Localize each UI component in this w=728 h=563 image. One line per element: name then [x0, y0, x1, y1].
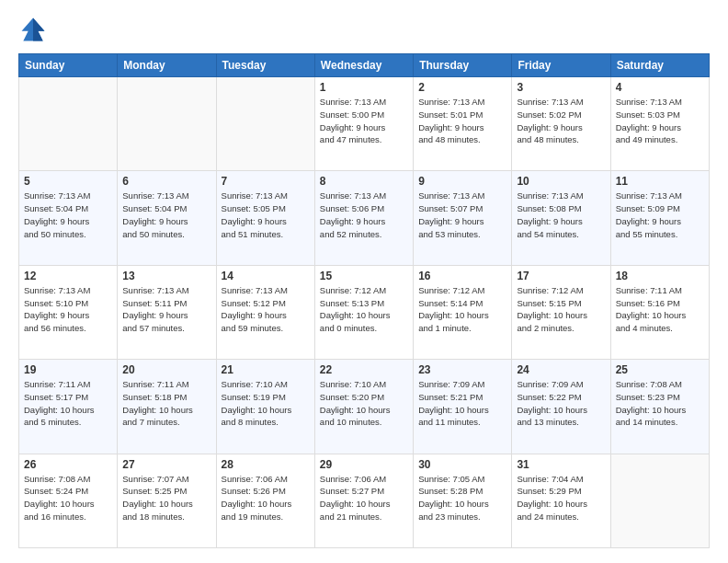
calendar-cell: 5Sunrise: 7:13 AM Sunset: 5:04 PM Daylig… [19, 171, 118, 265]
day-info: Sunrise: 7:10 AM Sunset: 5:19 PM Dayligh… [222, 378, 310, 429]
calendar-cell: 4Sunrise: 7:13 AM Sunset: 5:03 PM Daylig… [610, 77, 709, 171]
weekday-header: Friday [512, 54, 610, 77]
day-number: 13 [122, 270, 210, 282]
day-info: Sunrise: 7:13 AM Sunset: 5:01 PM Dayligh… [418, 96, 506, 146]
calendar-week-row: 19Sunrise: 7:11 AM Sunset: 5:17 PM Dayli… [19, 360, 710, 454]
day-info: Sunrise: 7:06 AM Sunset: 5:26 PM Dayligh… [222, 473, 310, 523]
day-number: 19 [24, 363, 112, 376]
day-info: Sunrise: 7:13 AM Sunset: 5:03 PM Dayligh… [616, 96, 704, 146]
day-number: 27 [122, 458, 210, 471]
calendar-cell [19, 77, 118, 171]
calendar-cell: 8Sunrise: 7:13 AM Sunset: 5:06 PM Daylig… [314, 171, 413, 265]
day-info: Sunrise: 7:07 AM Sunset: 5:25 PM Dayligh… [122, 473, 210, 523]
calendar-cell: 31Sunrise: 7:04 AM Sunset: 5:29 PM Dayli… [512, 454, 610, 547]
weekday-header: Wednesday [314, 54, 413, 77]
calendar-cell [118, 77, 216, 171]
day-number: 15 [320, 270, 408, 282]
day-number: 11 [616, 175, 704, 188]
calendar-cell: 21Sunrise: 7:10 AM Sunset: 5:19 PM Dayli… [216, 360, 314, 454]
calendar-week-row: 1Sunrise: 7:13 AM Sunset: 5:00 PM Daylig… [19, 77, 710, 171]
calendar-week-row: 12Sunrise: 7:13 AM Sunset: 5:10 PM Dayli… [19, 265, 710, 359]
calendar-cell: 30Sunrise: 7:05 AM Sunset: 5:28 PM Dayli… [414, 454, 512, 547]
calendar-cell: 19Sunrise: 7:11 AM Sunset: 5:17 PM Dayli… [19, 360, 118, 454]
day-number: 3 [517, 81, 605, 94]
calendar-cell: 22Sunrise: 7:10 AM Sunset: 5:20 PM Dayli… [314, 360, 413, 454]
calendar-cell: 10Sunrise: 7:13 AM Sunset: 5:08 PM Dayli… [512, 171, 610, 265]
day-number: 24 [517, 363, 605, 376]
calendar-cell: 13Sunrise: 7:13 AM Sunset: 5:11 PM Dayli… [118, 265, 216, 359]
logo [18, 15, 51, 44]
day-number: 23 [418, 363, 506, 376]
day-number: 4 [616, 81, 704, 94]
day-info: Sunrise: 7:10 AM Sunset: 5:20 PM Dayligh… [320, 378, 408, 429]
day-info: Sunrise: 7:13 AM Sunset: 5:12 PM Dayligh… [222, 284, 310, 335]
day-number: 10 [517, 175, 605, 188]
page: SundayMondayTuesdayWednesdayThursdayFrid… [0, 0, 728, 563]
day-info: Sunrise: 7:13 AM Sunset: 5:04 PM Dayligh… [122, 190, 210, 240]
day-info: Sunrise: 7:08 AM Sunset: 5:23 PM Dayligh… [616, 378, 704, 429]
day-number: 17 [517, 270, 605, 282]
day-info: Sunrise: 7:13 AM Sunset: 5:08 PM Dayligh… [517, 190, 605, 240]
day-info: Sunrise: 7:12 AM Sunset: 5:13 PM Dayligh… [320, 284, 408, 335]
day-number: 25 [616, 363, 704, 376]
day-info: Sunrise: 7:13 AM Sunset: 5:11 PM Dayligh… [122, 284, 210, 335]
day-info: Sunrise: 7:13 AM Sunset: 5:06 PM Dayligh… [320, 190, 408, 240]
calendar-header-row: SundayMondayTuesdayWednesdayThursdayFrid… [19, 54, 710, 77]
calendar-cell: 12Sunrise: 7:13 AM Sunset: 5:10 PM Dayli… [19, 265, 118, 359]
day-number: 26 [24, 458, 112, 471]
calendar-cell: 9Sunrise: 7:13 AM Sunset: 5:07 PM Daylig… [414, 171, 512, 265]
calendar-cell: 25Sunrise: 7:08 AM Sunset: 5:23 PM Dayli… [610, 360, 709, 454]
day-info: Sunrise: 7:13 AM Sunset: 5:04 PM Dayligh… [24, 190, 112, 240]
day-info: Sunrise: 7:05 AM Sunset: 5:28 PM Dayligh… [418, 473, 506, 523]
day-number: 22 [320, 363, 408, 376]
day-number: 1 [320, 81, 408, 94]
day-number: 16 [418, 270, 506, 282]
day-number: 18 [616, 270, 704, 282]
day-info: Sunrise: 7:08 AM Sunset: 5:24 PM Dayligh… [24, 473, 112, 523]
calendar-cell [216, 77, 314, 171]
calendar-cell: 20Sunrise: 7:11 AM Sunset: 5:18 PM Dayli… [118, 360, 216, 454]
calendar-cell: 24Sunrise: 7:09 AM Sunset: 5:22 PM Dayli… [512, 360, 610, 454]
day-number: 21 [222, 363, 310, 376]
day-number: 7 [222, 175, 310, 188]
day-number: 5 [24, 175, 112, 188]
calendar-cell: 23Sunrise: 7:09 AM Sunset: 5:21 PM Dayli… [414, 360, 512, 454]
day-info: Sunrise: 7:13 AM Sunset: 5:05 PM Dayligh… [222, 190, 310, 240]
day-number: 29 [320, 458, 408, 471]
calendar-week-row: 26Sunrise: 7:08 AM Sunset: 5:24 PM Dayli… [19, 454, 710, 547]
day-number: 6 [122, 175, 210, 188]
calendar-table: SundayMondayTuesdayWednesdayThursdayFrid… [18, 53, 710, 548]
calendar-cell: 28Sunrise: 7:06 AM Sunset: 5:26 PM Dayli… [216, 454, 314, 547]
calendar-cell: 16Sunrise: 7:12 AM Sunset: 5:14 PM Dayli… [414, 265, 512, 359]
day-info: Sunrise: 7:13 AM Sunset: 5:00 PM Dayligh… [320, 96, 408, 146]
day-info: Sunrise: 7:09 AM Sunset: 5:22 PM Dayligh… [517, 378, 605, 429]
calendar-cell: 7Sunrise: 7:13 AM Sunset: 5:05 PM Daylig… [216, 171, 314, 265]
day-info: Sunrise: 7:13 AM Sunset: 5:10 PM Dayligh… [24, 284, 112, 335]
day-number: 2 [418, 81, 506, 94]
calendar-cell: 1Sunrise: 7:13 AM Sunset: 5:00 PM Daylig… [314, 77, 413, 171]
day-info: Sunrise: 7:04 AM Sunset: 5:29 PM Dayligh… [517, 473, 605, 523]
weekday-header: Sunday [19, 54, 118, 77]
day-info: Sunrise: 7:11 AM Sunset: 5:18 PM Dayligh… [122, 378, 210, 429]
calendar-cell: 15Sunrise: 7:12 AM Sunset: 5:13 PM Dayli… [314, 265, 413, 359]
day-info: Sunrise: 7:11 AM Sunset: 5:17 PM Dayligh… [24, 378, 112, 429]
day-info: Sunrise: 7:13 AM Sunset: 5:02 PM Dayligh… [517, 96, 605, 146]
calendar-cell: 18Sunrise: 7:11 AM Sunset: 5:16 PM Dayli… [610, 265, 709, 359]
day-info: Sunrise: 7:13 AM Sunset: 5:07 PM Dayligh… [418, 190, 506, 240]
svg-marker-1 [33, 18, 44, 41]
header [18, 15, 710, 44]
day-number: 14 [222, 270, 310, 282]
calendar-cell: 26Sunrise: 7:08 AM Sunset: 5:24 PM Dayli… [19, 454, 118, 547]
weekday-header: Thursday [414, 54, 512, 77]
calendar-cell: 3Sunrise: 7:13 AM Sunset: 5:02 PM Daylig… [512, 77, 610, 171]
weekday-header: Saturday [610, 54, 709, 77]
day-number: 28 [222, 458, 310, 471]
day-info: Sunrise: 7:06 AM Sunset: 5:27 PM Dayligh… [320, 473, 408, 523]
day-number: 31 [517, 458, 605, 471]
day-info: Sunrise: 7:11 AM Sunset: 5:16 PM Dayligh… [616, 284, 704, 335]
day-info: Sunrise: 7:09 AM Sunset: 5:21 PM Dayligh… [418, 378, 506, 429]
day-number: 8 [320, 175, 408, 188]
calendar-cell: 29Sunrise: 7:06 AM Sunset: 5:27 PM Dayli… [314, 454, 413, 547]
calendar-cell: 11Sunrise: 7:13 AM Sunset: 5:09 PM Dayli… [610, 171, 709, 265]
day-info: Sunrise: 7:13 AM Sunset: 5:09 PM Dayligh… [616, 190, 704, 240]
